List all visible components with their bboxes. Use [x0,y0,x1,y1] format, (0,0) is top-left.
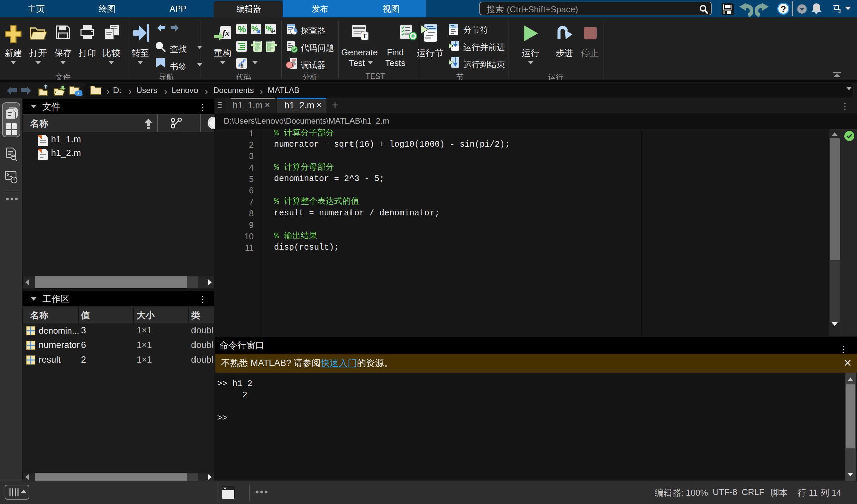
svg-text:fi: fi [240,63,244,69]
svg-text:%: % [251,24,258,33]
svg-text:%: % [238,24,246,34]
svg-text:T: T [363,32,367,40]
